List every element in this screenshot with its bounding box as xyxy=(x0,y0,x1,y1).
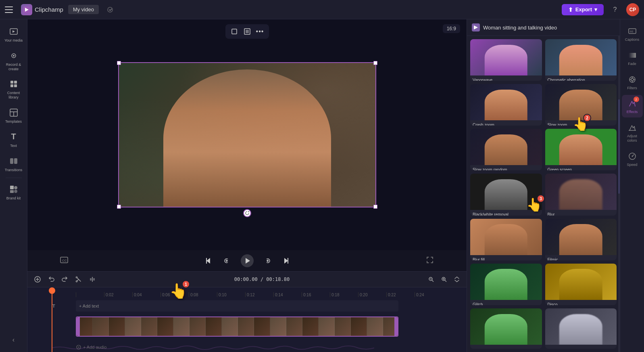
sidebar-label-templates: Templates xyxy=(5,119,22,124)
skip-to-end-button[interactable] xyxy=(279,254,292,267)
ruler-mark: 0:04 xyxy=(132,292,160,297)
effect-thumb-14 xyxy=(545,308,617,345)
svg-rect-16 xyxy=(10,190,14,193)
right-sidebar-item-filters[interactable]: Filters xyxy=(622,71,643,94)
effect-card-green-screen[interactable]: Green screen xyxy=(545,129,617,170)
effect-card-glitch[interactable]: Glitch xyxy=(470,264,542,305)
rotation-handle[interactable] xyxy=(243,209,251,217)
sidebar-label-your-media: Your media xyxy=(4,38,23,43)
playhead-handle[interactable] xyxy=(49,287,55,294)
effect-label-vaporwave: Vaporwave xyxy=(470,75,542,81)
playback-controls: CC xyxy=(27,250,467,271)
video-track-handle-right[interactable] xyxy=(394,317,398,336)
skip-to-start-button[interactable] xyxy=(202,254,215,267)
add-text-track[interactable]: + Add text xyxy=(76,300,398,312)
video-title[interactable]: My video xyxy=(68,5,99,14)
effect-card-black-white[interactable]: Black/white removal xyxy=(470,174,542,215)
right-sidebar-item-captions[interactable]: CC Captions xyxy=(622,23,643,45)
play-button[interactable] xyxy=(241,254,254,267)
sidebar-item-content-library[interactable]: Content library xyxy=(2,75,26,103)
add-to-timeline-button[interactable] xyxy=(32,274,43,285)
ruler-mark: 0:18 xyxy=(330,292,358,297)
video-track-handle-left[interactable] xyxy=(77,317,80,336)
preview-area: ••• 16:9 xyxy=(27,19,467,250)
effect-card-14[interactable] xyxy=(545,308,617,349)
video-frame xyxy=(118,62,376,207)
more-options-button[interactable]: ••• xyxy=(254,26,266,37)
effect-card-slow-zoom[interactable]: Slow zoom xyxy=(545,84,617,126)
redo-button[interactable] xyxy=(60,274,70,285)
svg-rect-12 xyxy=(10,158,13,164)
right-sidebar-item-adjust-colors[interactable]: Adjust colors xyxy=(622,119,643,146)
zoom-out-button[interactable] xyxy=(426,274,436,284)
fullscreen-button[interactable] xyxy=(425,256,434,266)
video-track[interactable] xyxy=(76,316,398,337)
effects-header: Woman sitting and talking video xyxy=(467,19,620,36)
svg-text:CC: CC xyxy=(630,30,634,33)
effect-label-green-screen: Green screen xyxy=(545,165,617,170)
sidebar-item-record-create[interactable]: Record & create xyxy=(2,47,26,75)
user-avatar[interactable]: CP xyxy=(626,3,639,16)
timeline-content[interactable]: 0:02 0:04 0:06 0:08 0:10 0:12 0:14 0:16 … xyxy=(27,287,467,352)
right-sidebar-item-effects[interactable]: 2 Effects xyxy=(622,95,643,117)
effect-card-disco[interactable]: Disco xyxy=(545,264,617,305)
zoom-in-button[interactable] xyxy=(439,274,449,284)
svg-point-4 xyxy=(13,55,15,57)
menu-icon[interactable] xyxy=(5,4,16,15)
effect-card-filmic[interactable]: Filmic xyxy=(545,219,617,260)
video-thumbstrip xyxy=(77,317,398,336)
fast-forward-button[interactable] xyxy=(260,254,273,267)
aspect-ratio-badge[interactable]: 16:9 xyxy=(443,24,460,33)
effect-thumb-blurfill xyxy=(470,219,542,255)
ruler-mark: 0:22 xyxy=(386,292,415,297)
center-area: ••• 16:9 C xyxy=(27,19,467,352)
effect-label-glitch: Glitch xyxy=(470,300,542,305)
help-button[interactable]: ? xyxy=(609,3,621,16)
svg-line-40 xyxy=(445,280,446,282)
sidebar-item-your-media[interactable]: Your media xyxy=(2,23,26,46)
speed-icon xyxy=(627,151,638,161)
effect-card-blur-fill[interactable]: Blur fill xyxy=(470,219,542,260)
effect-card-slow-zoom-random[interactable]: Slow zoom random xyxy=(470,129,542,170)
captions-button[interactable]: CC xyxy=(60,256,69,266)
effect-thumb-filmic xyxy=(545,219,617,255)
sidebar-collapse-button[interactable]: ‹ xyxy=(8,334,19,346)
sidebar-item-templates[interactable]: Templates xyxy=(2,104,26,127)
your-media-icon xyxy=(8,26,19,37)
adjust-colors-label: Adjust colors xyxy=(623,134,641,143)
effect-card-13[interactable] xyxy=(470,308,542,349)
svg-rect-6 xyxy=(14,81,17,84)
svg-rect-13 xyxy=(14,158,17,164)
sidebar-label-transitions: Transitions xyxy=(5,168,23,172)
svg-rect-8 xyxy=(14,84,17,87)
logo-icon xyxy=(21,4,32,15)
timeline-expand-button[interactable] xyxy=(452,274,462,284)
sidebar-item-brand-kit[interactable]: Brand kit xyxy=(2,180,26,204)
undo-button[interactable] xyxy=(46,274,56,285)
topbar: Clipchamp My video ⬆ Export ▾ ? CP xyxy=(0,0,644,19)
svg-point-57 xyxy=(631,155,633,157)
right-sidebar-item-speed[interactable]: Speed xyxy=(622,148,643,170)
rewind-button[interactable] xyxy=(221,254,234,267)
playhead[interactable] xyxy=(52,287,52,352)
speed-label: Speed xyxy=(627,163,637,167)
export-chevron: ▾ xyxy=(594,6,597,13)
effects-label: Effects xyxy=(627,110,638,114)
app-logo[interactable]: Clipchamp xyxy=(21,4,63,15)
sidebar-item-text[interactable]: T Text xyxy=(2,128,26,151)
right-sidebar-item-fade[interactable]: Fade xyxy=(622,47,643,69)
effect-card-blur[interactable]: Blur xyxy=(545,174,617,215)
effect-card-vaporwave[interactable]: Vaporwave xyxy=(470,39,542,81)
export-button[interactable]: ⬆ Export ▾ xyxy=(562,4,604,15)
cut-button[interactable] xyxy=(73,274,84,285)
effect-card-crash-zoom[interactable]: Crash zoom xyxy=(470,84,542,126)
effect-label-14 xyxy=(545,345,617,349)
fit-button[interactable] xyxy=(242,26,253,37)
sidebar-item-transitions[interactable]: Transitions xyxy=(2,152,26,176)
effects-header-icon xyxy=(472,23,480,31)
ruler-mark: 0:14 xyxy=(273,292,302,297)
crop-button[interactable] xyxy=(229,26,240,37)
split-button[interactable] xyxy=(87,274,98,285)
svg-rect-48 xyxy=(629,53,636,58)
effect-card-chromatic[interactable]: Chromatic aberration xyxy=(545,39,617,81)
